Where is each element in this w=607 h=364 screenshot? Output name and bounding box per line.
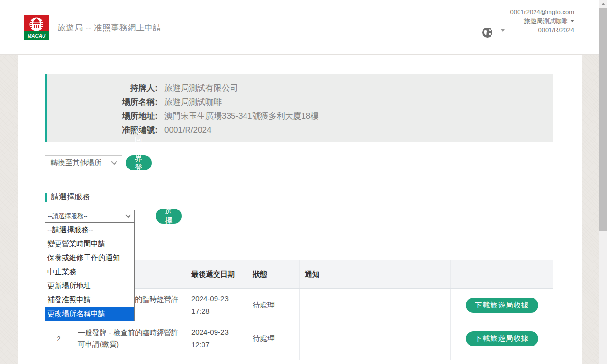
scrollbar-up-button[interactable] bbox=[599, 0, 607, 8]
service-name: 一般發牌 - 檢查前的臨時經營許可申請(繳費) bbox=[72, 322, 186, 355]
row-number: 2 bbox=[45, 322, 72, 355]
service-dropdown-option[interactable]: 變更營業時間申請 bbox=[45, 237, 134, 251]
svg-text:MACAU: MACAU bbox=[28, 33, 46, 39]
switch-establishment-button[interactable]: 轉換至其他場所 bbox=[45, 155, 122, 170]
service-dropdown-option[interactable]: --請選擇服務-- bbox=[45, 223, 134, 237]
service-dropdown-option[interactable]: 保養或維修工作的通知 bbox=[45, 251, 134, 265]
service-dropdown-option[interactable]: 更改場所名稱申請 bbox=[45, 307, 134, 321]
licence-info-value: 旅遊局測試咖啡 bbox=[164, 95, 222, 109]
download-receipt-button[interactable]: 下載旅遊局收據 bbox=[466, 331, 538, 346]
action-cell: 下載旅遊局收據 bbox=[451, 289, 553, 322]
action-cell: 下載旅遊局收據 bbox=[451, 322, 553, 355]
chevron-down-icon bbox=[570, 20, 574, 22]
account-email: 0001r2024@mgto.com bbox=[510, 7, 574, 16]
licence-info-row: 場所名稱: 旅遊局測試咖啡 bbox=[47, 95, 553, 109]
licence-info-value: 0001/R/2024 bbox=[164, 123, 211, 137]
heading-accent-bar bbox=[45, 193, 47, 202]
service-dropdown-list: --請選擇服務-- 變更營業時間申請 保養或維修工作的通知 中止業務 更新場所地… bbox=[45, 222, 135, 321]
submit-date: 2024-09-23 17:28 bbox=[186, 289, 247, 322]
main-content: 持牌人: 旅遊局測試有限公司 場所名稱: 旅遊局測試咖啡 場所地址: 澳門宋玉生… bbox=[18, 55, 582, 364]
licence-info-label: 場所地址: bbox=[47, 109, 158, 123]
divider bbox=[45, 182, 553, 182]
status-text: 待處理 bbox=[247, 289, 300, 322]
service-dropdown-option[interactable]: 補發准照申請 bbox=[45, 293, 134, 307]
back-to-portal-button[interactable]: 返回業界登入系統 bbox=[126, 155, 152, 170]
licensing-portal-page: MACAU 旅遊局 -- 准照事務網上申請 0001r2024@mgto.com… bbox=[0, 0, 607, 364]
column-header-date: 最後遞交日期 bbox=[186, 260, 247, 288]
licence-number: 0001/R/2024 bbox=[510, 26, 574, 35]
licence-info-label: 場所名稱: bbox=[47, 95, 158, 109]
choose-service-button[interactable]: 選擇 bbox=[156, 209, 182, 224]
notification-cell bbox=[300, 322, 451, 355]
service-select-value: --請選擇服務-- bbox=[48, 212, 87, 221]
chevron-down-icon bbox=[501, 29, 505, 32]
header: MACAU 旅遊局 -- 准照事務網上申請 0001r2024@mgto.com… bbox=[0, 0, 607, 55]
page-title: 旅遊局 -- 准照事務網上申請 bbox=[58, 22, 161, 33]
licence-info-row: 准照編號: 0001/R/2024 bbox=[47, 123, 553, 137]
service-dropdown-option[interactable]: 更新場所地址 bbox=[45, 279, 134, 293]
triangle-up-icon bbox=[601, 3, 605, 5]
column-header-action bbox=[451, 260, 553, 288]
switch-establishment-label: 轉換至其他場所 bbox=[51, 158, 101, 168]
globe-icon bbox=[482, 27, 493, 38]
actions-row: 轉換至其他場所 返回業界登入系統 bbox=[45, 155, 122, 171]
language-menu-button[interactable] bbox=[482, 27, 511, 40]
table-row: 2 一般發牌 - 檢查前的臨時經營許可申請(繳費) 2024-09-23 12:… bbox=[45, 322, 553, 355]
chevron-down-icon bbox=[111, 161, 117, 165]
licence-info-row: 持牌人: 旅遊局測試有限公司 bbox=[47, 81, 553, 95]
licence-info-panel: 持牌人: 旅遊局測試有限公司 場所名稱: 旅遊局測試咖啡 場所地址: 澳門宋玉生… bbox=[45, 74, 553, 142]
licence-info-value: 澳門宋玉生廣場335-341號獲多利大廈18樓 bbox=[164, 109, 318, 123]
service-section-title: 請選擇服務 bbox=[51, 192, 90, 202]
chevron-down-icon bbox=[125, 214, 131, 218]
service-section-heading: 請選擇服務 bbox=[45, 192, 90, 202]
scrollbar-thumb[interactable] bbox=[599, 8, 607, 231]
establishment-switcher[interactable]: 旅遊局測試咖啡 bbox=[510, 16, 574, 26]
licence-info-label: 持牌人: bbox=[47, 81, 158, 95]
service-select[interactable]: --請選擇服務-- bbox=[45, 210, 135, 222]
licence-info-row: 場所地址: 澳門宋玉生廣場335-341號獲多利大廈18樓 bbox=[47, 109, 553, 123]
licence-info-value: 旅遊局測試有限公司 bbox=[164, 81, 238, 95]
status-text: 待處理 bbox=[247, 322, 300, 355]
notification-cell bbox=[300, 289, 451, 322]
column-header-status: 狀態 bbox=[247, 260, 300, 288]
table-row-partial bbox=[45, 355, 553, 360]
establishment-name: 旅遊局測試咖啡 bbox=[524, 17, 568, 25]
service-dropdown-option[interactable]: 中止業務 bbox=[45, 265, 134, 279]
column-header-notification: 通知 bbox=[300, 260, 451, 288]
vertical-scrollbar[interactable] bbox=[599, 0, 607, 364]
mgto-logo-icon: MACAU bbox=[24, 15, 49, 40]
download-receipt-button[interactable]: 下載旅遊局收據 bbox=[466, 298, 538, 313]
account-info: 0001r2024@mgto.com 旅遊局測試咖啡 0001/R/2024 bbox=[510, 7, 574, 35]
submit-date: 2024-09-23 12:07 bbox=[186, 322, 247, 355]
